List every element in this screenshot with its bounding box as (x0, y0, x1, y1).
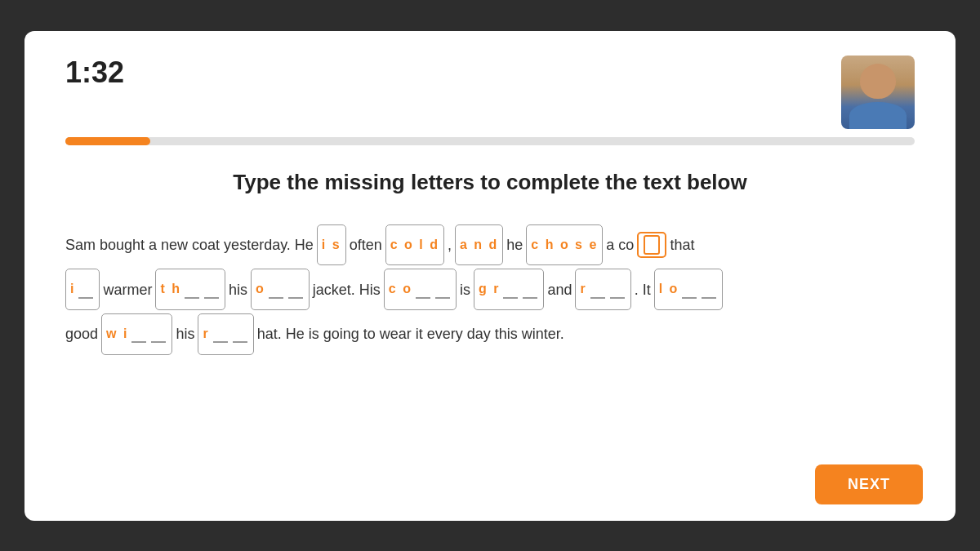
line2-and: and (547, 269, 572, 310)
line2-is: is (460, 269, 470, 310)
word-box-r-blank2: r (198, 313, 253, 355)
word-box-lo-blank: l o (654, 269, 724, 310)
header: 1:32 (65, 56, 915, 129)
text-line-3: good w i his r hat. He is going to wear … (65, 313, 915, 355)
line2-his1: his (229, 269, 247, 310)
blank-gr1[interactable] (503, 281, 518, 299)
line1-that: that (670, 224, 694, 265)
blank-gr2[interactable] (523, 281, 537, 299)
word-box-co-blank2: c o (384, 269, 457, 310)
blank-wi2[interactable] (151, 325, 166, 343)
text-line-2: i warmer t h his o jacket. His c o (65, 269, 915, 310)
line3-his2: his (176, 313, 194, 354)
blank-lo1[interactable] (682, 281, 697, 299)
blank-th2[interactable] (204, 281, 219, 299)
avatar (841, 56, 915, 129)
blank-co2[interactable] (435, 281, 450, 299)
blank-r3[interactable] (213, 325, 228, 343)
blank-r1[interactable] (590, 281, 605, 299)
avatar-face (841, 56, 915, 129)
line1-prefix: Sam bought a new coat yesterday. He (65, 224, 314, 265)
line1-a-co: a co (606, 224, 634, 265)
word-box-gr-blank: g r (474, 269, 544, 310)
avatar-body (849, 102, 906, 129)
word-box-i-blank: i (65, 269, 100, 310)
instruction-text: Type the missing letters to complete the… (65, 170, 915, 195)
line2-warmer: warmer (103, 269, 152, 310)
text-line-1: Sam bought a new coat yesterday. He i s … (65, 224, 915, 266)
word-box-r-blank: r (575, 269, 630, 310)
word-box-o-blank: o (251, 269, 310, 310)
line1-comma: , (448, 224, 452, 265)
progress-bar-container (65, 137, 915, 145)
word-box-chose: c h o s e (526, 224, 603, 266)
line3-good: good (65, 313, 98, 354)
line2-jacket: jacket. His (313, 269, 381, 310)
next-button[interactable]: NEXT (815, 464, 923, 504)
blank-co1[interactable] (416, 281, 430, 299)
line3-hat: hat. He is going to wear it every day th… (257, 313, 564, 354)
blank-i[interactable] (78, 281, 93, 299)
blank-th1[interactable] (185, 281, 199, 299)
word-box-cold: c o l d (385, 224, 444, 266)
blank-wi1[interactable] (131, 325, 146, 343)
line1-he: he (506, 224, 523, 265)
blank-lo2[interactable] (702, 281, 716, 299)
line2-it: . It (635, 269, 651, 310)
progress-bar-fill (65, 137, 150, 145)
text-area: Sam bought a new coat yesterday. He i s … (65, 224, 915, 355)
main-card: 1:32 Type the missing letters to complet… (24, 31, 956, 521)
word-box-co-blank (637, 232, 666, 258)
input-blank-co[interactable] (644, 235, 660, 255)
blank-o2[interactable] (288, 281, 303, 299)
blank-r2[interactable] (610, 281, 625, 299)
avatar-head (860, 64, 896, 99)
blank-r4[interactable] (233, 325, 247, 343)
word-box-is: i s (317, 224, 346, 266)
blank-o1[interactable] (269, 281, 283, 299)
word-box-and: a n d (455, 224, 503, 266)
line1-often: often (350, 224, 382, 265)
timer-display: 1:32 (65, 56, 124, 90)
word-box-th-blank: t h (155, 269, 225, 310)
word-box-wi-blank: w i (101, 313, 172, 355)
